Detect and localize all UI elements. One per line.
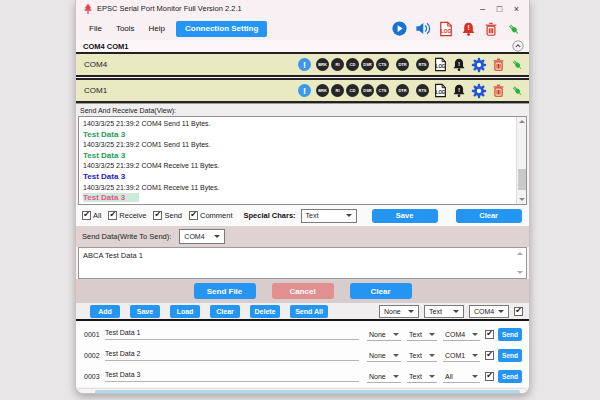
row-checkbox[interactable] (485, 330, 494, 339)
gear-icon[interactable] (471, 83, 487, 99)
chevron-down-icon (346, 214, 352, 217)
scroll-up-icon[interactable] (517, 117, 527, 126)
port-icons: ! BRK RI CD DSR CTS DTR RTS LOG ! (298, 83, 524, 99)
speaker-icon[interactable] (415, 21, 431, 36)
clear-queue-button[interactable]: Clear (210, 305, 240, 318)
app-window: EPSC Serial Port Monitor Full Version 2.… (75, 0, 530, 394)
view-section-label: Send And Receive Data(View): (76, 103, 529, 116)
svg-text:LOG: LOG (436, 90, 446, 95)
row-text-input[interactable]: Test Data 1 (105, 329, 359, 340)
save-queue-button[interactable]: Save (130, 305, 160, 318)
send-file-button[interactable]: Send File (194, 283, 256, 299)
signal-brk[interactable]: BRK (316, 84, 329, 97)
checkbox-receive[interactable] (108, 211, 117, 220)
log-icon[interactable]: LOG (434, 57, 447, 72)
cancel-button[interactable]: Cancel (272, 283, 334, 299)
default-special-select[interactable]: None (379, 305, 419, 318)
row-format-select[interactable]: Text (407, 349, 437, 362)
clear-view-button[interactable]: Clear (456, 209, 522, 223)
scroll-down-icon[interactable] (515, 268, 525, 277)
play-icon[interactable] (392, 21, 407, 36)
menu-help[interactable]: Help (142, 22, 172, 35)
row-text-input[interactable]: Test Data 2 (105, 350, 359, 361)
scroll-down-icon[interactable] (517, 195, 527, 204)
horizontal-scrollbar[interactable] (78, 388, 527, 394)
special-chars-select[interactable]: Text (301, 209, 357, 223)
signal-rts[interactable]: RTS (416, 84, 429, 97)
connection-setting-button[interactable]: Connection Setting (176, 21, 267, 37)
signal-ri[interactable]: RI (331, 84, 344, 97)
gear-icon[interactable] (471, 57, 487, 73)
add-button[interactable]: Add (90, 305, 120, 318)
signal-cts[interactable]: CTS (376, 84, 389, 97)
connect-icon[interactable] (506, 21, 521, 37)
log-scrollbar[interactable] (516, 117, 526, 204)
trash-icon[interactable] (492, 57, 505, 72)
row-special-select[interactable]: None (367, 349, 401, 362)
send-port-select[interactable]: COM4 (179, 229, 225, 244)
signal-brk[interactable]: BRK (316, 58, 329, 71)
signal-dtr[interactable]: DTR (396, 84, 409, 97)
default-port-select[interactable]: COM4 (469, 305, 509, 318)
ports-header-label: COM4 COM1 (83, 42, 128, 51)
row-send-button[interactable]: Send (498, 349, 522, 362)
log-icon[interactable]: LOG (434, 83, 447, 98)
alert-balloon-icon[interactable]: ! (298, 58, 311, 71)
save-view-button[interactable]: Save (372, 209, 438, 223)
chevron-down-icon (472, 354, 478, 357)
maximize-button[interactable]: □ (491, 2, 508, 16)
trash-icon[interactable] (484, 21, 498, 37)
default-format-select[interactable]: Text (424, 305, 464, 318)
log-view[interactable]: 1403/3/25 21:39:2 COM4 Send 11 Bytes. Te… (78, 116, 527, 205)
send-data-input[interactable]: ABCA Test Data 1 (78, 247, 527, 279)
load-button[interactable]: Load (170, 305, 200, 318)
alarm-icon[interactable]: ! (452, 57, 466, 72)
alert-balloon-icon[interactable]: ! (298, 84, 311, 97)
table-row: 0002 Test Data 2 None Text COM1 Send (76, 345, 529, 366)
signal-rts[interactable]: RTS (416, 58, 429, 71)
row-format-select[interactable]: Text (407, 328, 437, 341)
scrollbar-thumb[interactable] (518, 169, 526, 190)
signal-dsr[interactable]: DSR (361, 84, 374, 97)
checkbox-all-label: All (93, 211, 101, 220)
select-all-checkbox[interactable] (514, 307, 523, 316)
scrollbar-thumb[interactable] (95, 390, 520, 394)
alarm-icon[interactable]: ! (452, 83, 466, 98)
row-checkbox[interactable] (485, 351, 494, 360)
row-send-button[interactable]: Send (498, 370, 522, 383)
minimize-button[interactable]: – (474, 2, 491, 16)
checkbox-comment[interactable] (189, 211, 198, 220)
chevron-down-icon (214, 235, 220, 238)
row-special-select[interactable]: None (367, 370, 401, 383)
toolbar-icons: LOG ! (392, 21, 521, 37)
signal-dsr[interactable]: DSR (361, 58, 374, 71)
send-all-button[interactable]: Send All (290, 305, 328, 318)
row-format-select[interactable]: Text (407, 370, 437, 383)
row-port-select[interactable]: COM1 (443, 349, 480, 362)
row-checkbox[interactable] (485, 372, 494, 381)
connect-icon[interactable] (510, 83, 524, 98)
row-send-button[interactable]: Send (498, 328, 522, 341)
clear-send-button[interactable]: Clear (350, 283, 412, 299)
signal-dtr[interactable]: DTR (396, 58, 409, 71)
signal-cd[interactable]: CD (346, 84, 359, 97)
signal-cts[interactable]: CTS (376, 58, 389, 71)
delete-button[interactable]: Delete (250, 305, 280, 318)
menu-tools[interactable]: Tools (109, 22, 142, 35)
menu-file[interactable]: File (82, 22, 109, 35)
checkbox-all[interactable] (82, 211, 91, 220)
connect-icon[interactable] (510, 57, 524, 72)
scroll-up-icon[interactable] (515, 249, 525, 258)
trash-icon[interactable] (492, 83, 505, 98)
row-port-select[interactable]: All (443, 370, 480, 383)
row-special-select[interactable]: None (367, 328, 401, 341)
row-text-input[interactable]: Test Data 3 (105, 371, 359, 382)
signal-cd[interactable]: CD (346, 58, 359, 71)
alarm-icon[interactable]: ! (461, 21, 476, 37)
log-icon[interactable]: LOG (439, 21, 453, 37)
collapse-chevron-icon[interactable] (512, 40, 524, 52)
checkbox-send[interactable] (153, 211, 162, 220)
signal-ri[interactable]: RI (331, 58, 344, 71)
close-button[interactable]: × (508, 2, 525, 16)
row-port-select[interactable]: COM4 (443, 328, 480, 341)
